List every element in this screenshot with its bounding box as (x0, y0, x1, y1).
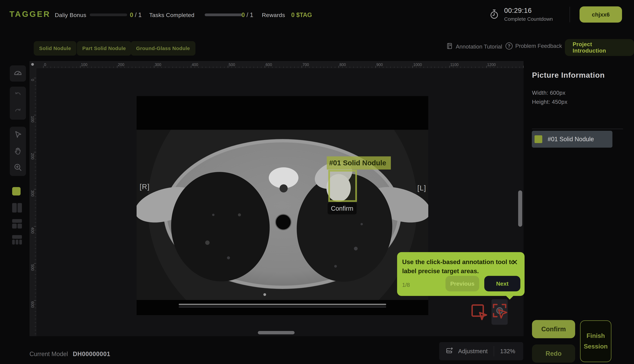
ruler-tick (35, 137, 36, 138)
ruler-tick (35, 204, 36, 204)
ruler-tick (401, 66, 402, 68)
ruler-tick (265, 66, 265, 68)
hand-pan-icon[interactable] (13, 146, 23, 156)
annotation-bounding-box[interactable] (328, 170, 357, 202)
tooltip-next-button[interactable]: Next (484, 276, 520, 291)
ruler-tick (34, 263, 36, 264)
tooltip-previous-button[interactable]: Previous (445, 276, 479, 291)
ruler-tick (287, 66, 287, 68)
ruler-tick (35, 319, 36, 319)
ruler-tick (35, 267, 36, 267)
ruler-tick (35, 93, 36, 93)
tag-chip-part-solid-nodule[interactable]: Part Solid Nodule (77, 41, 131, 56)
project-introduction-button[interactable]: Project Introduction (565, 39, 634, 56)
ruler-tick (34, 189, 36, 190)
ruler-tick (250, 66, 250, 68)
ruler-tick (294, 66, 295, 68)
ruler-tick (213, 66, 213, 68)
ruler-tick (35, 326, 36, 326)
undo-icon[interactable] (13, 90, 23, 100)
zoom-in-icon[interactable] (13, 162, 23, 173)
canvas-vertical-scrollbar[interactable] (518, 190, 522, 227)
ruler-tick (35, 182, 36, 182)
rewards-label: Rewards (262, 12, 285, 18)
tasks-completed-value: 0/ 1 (241, 12, 253, 18)
ruler-tick (69, 66, 69, 68)
ruler-tick (95, 66, 95, 68)
canvas-horizontal-scrollbar[interactable] (258, 331, 295, 334)
countdown-label: Complete Countdown (504, 16, 553, 22)
cursor-icon[interactable] (13, 130, 23, 140)
annotation-label-tag[interactable]: #01 Solid Nodule (327, 156, 391, 170)
active-color-swatch[interactable] (12, 187, 21, 196)
ruler-tick (47, 66, 47, 68)
redo-icon[interactable] (13, 106, 23, 116)
ruler-tick (272, 66, 273, 68)
ruler-v-label: 0 (30, 79, 35, 81)
ruler-tick (298, 66, 298, 68)
problem-feedback-link[interactable]: ? Problem Feedback (505, 42, 562, 50)
ruler-tick (43, 66, 44, 68)
gauge-icon[interactable] (13, 68, 23, 79)
layout-2row-icon[interactable] (12, 219, 22, 228)
ruler-tick (88, 66, 88, 68)
ruler-tick (34, 152, 36, 152)
ruler-tick (35, 111, 36, 112)
ruler-tick (479, 66, 479, 68)
ruler-tick (154, 66, 154, 68)
ruler-tick (464, 66, 464, 68)
rect-annotation-tool-icon[interactable] (470, 303, 489, 322)
ruler-tick (283, 66, 284, 68)
ruler-tick (368, 66, 368, 68)
ruler-tick (427, 66, 428, 68)
ruler-tick (394, 66, 394, 68)
ct-scan-image[interactable] (137, 96, 428, 315)
annotation-tutorial-link[interactable]: Annotation Tutorial (446, 42, 502, 51)
annotation-confirm-chip[interactable]: Confirm (328, 202, 357, 214)
ruler-tick (35, 85, 36, 86)
ruler-tick (209, 66, 210, 68)
orientation-left-marker: [L] (417, 184, 426, 192)
ruler-h-label: 1000 (413, 62, 422, 67)
ruler-tick (35, 82, 36, 82)
ruler-v-label: 300 (30, 190, 35, 196)
ruler-tick (353, 66, 354, 68)
confirm-button[interactable]: Confirm (532, 320, 575, 338)
ruler-tick (512, 66, 512, 68)
tag-chip-ground-glass-nodule[interactable]: Ground-Glass Nodule (131, 41, 195, 56)
ruler-tick (35, 96, 36, 97)
user-account-button[interactable]: chjxx6 (579, 6, 622, 22)
ruler-tick (446, 66, 446, 68)
ruler-tick (180, 66, 180, 68)
ruler-tick (173, 66, 173, 68)
tag-chip-solid-nodule[interactable]: Solid Nodule (34, 41, 76, 56)
redo-button[interactable]: Redo (532, 344, 575, 363)
ruler-tick (139, 66, 140, 68)
ruler-tick (324, 66, 324, 68)
ruler-v-label: 100 (30, 116, 35, 122)
finish-session-button[interactable]: Finish Session (580, 320, 611, 362)
ruler-tick (91, 66, 92, 68)
picture-height-text: Height: 450px (532, 99, 567, 105)
ruler-tick (35, 219, 36, 219)
click-annotation-tool-icon[interactable] (491, 299, 508, 325)
ruler-tick (117, 66, 117, 68)
problem-feedback-label: Problem Feedback (515, 43, 562, 49)
picture-information-title: Picture Information (532, 71, 605, 80)
tutorial-book-icon (446, 42, 453, 51)
ruler-tick (35, 286, 36, 286)
annotation-list-item[interactable]: #01 Solid Nodule (532, 131, 612, 148)
ruler-tick (390, 66, 391, 68)
layout-3cell-icon[interactable] (12, 235, 22, 244)
ruler-tick (35, 160, 36, 160)
adjustment-control[interactable]: Adjustment 132% (439, 342, 523, 360)
layout-2col-icon[interactable] (12, 203, 22, 212)
ruler-tick (246, 66, 247, 68)
ruler-h-label: 900 (376, 62, 383, 67)
ruler-tick (261, 66, 261, 68)
image-adjustment-icon (446, 347, 454, 356)
ruler-tick (339, 66, 339, 68)
ruler-tick (224, 66, 224, 68)
ruler-tick (184, 66, 184, 68)
close-icon[interactable]: ✕ (510, 257, 520, 267)
